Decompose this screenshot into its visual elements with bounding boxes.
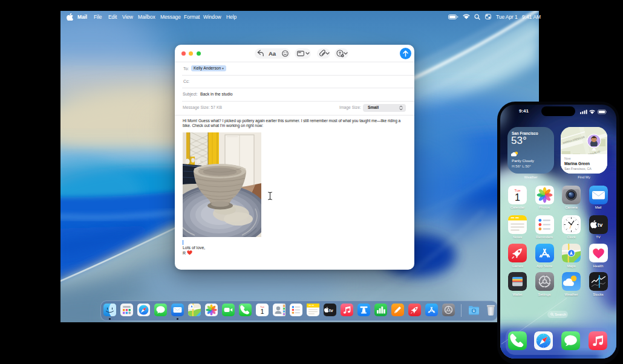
svg-text:tv: tv xyxy=(329,308,333,313)
svg-text:Now: Now xyxy=(564,157,571,160)
svg-text:1: 1 xyxy=(260,308,264,315)
svg-text:1: 1 xyxy=(515,192,520,203)
svg-text:Marina Green: Marina Green xyxy=(564,161,590,166)
svg-text:San Francisco, CA: San Francisco, CA xyxy=(564,167,592,171)
svg-text:tv: tv xyxy=(597,221,602,228)
svg-text:Tue: Tue xyxy=(514,188,521,192)
